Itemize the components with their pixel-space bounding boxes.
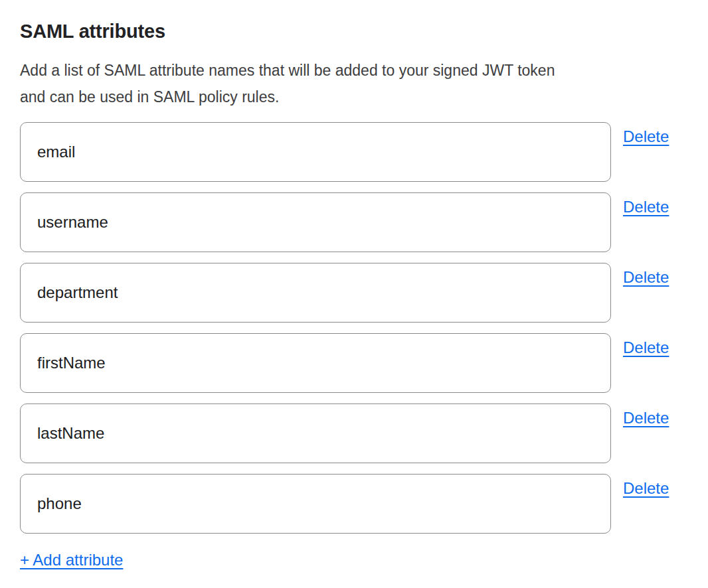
attribute-input-username[interactable] xyxy=(20,192,611,252)
attribute-row: Delete xyxy=(20,192,688,252)
delete-link[interactable]: Delete xyxy=(623,338,669,357)
attribute-input-firstname[interactable] xyxy=(20,333,611,393)
add-attribute-link[interactable]: + Add attribute xyxy=(20,551,123,569)
attribute-input-email[interactable] xyxy=(20,122,611,182)
delete-link[interactable]: Delete xyxy=(623,409,669,427)
attribute-list: Delete Delete Delete Delete Delete Delet… xyxy=(20,122,688,534)
saml-attributes-section: SAML attributes Add a list of SAML attri… xyxy=(0,0,708,588)
section-description-line-1: Add a list of SAML attribute names that … xyxy=(20,57,688,84)
section-description-line-2: and can be used in SAML policy rules. xyxy=(20,84,688,110)
attribute-input-department[interactable] xyxy=(20,263,611,323)
attribute-input-phone[interactable] xyxy=(20,474,611,534)
attribute-row: Delete xyxy=(20,122,688,182)
delete-link[interactable]: Delete xyxy=(623,268,669,287)
delete-link[interactable]: Delete xyxy=(623,198,669,216)
attribute-input-lastname[interactable] xyxy=(20,404,611,463)
attribute-row: Delete xyxy=(20,404,688,463)
delete-link[interactable]: Delete xyxy=(623,479,669,498)
attribute-row: Delete xyxy=(20,263,688,323)
section-title: SAML attributes xyxy=(20,20,688,42)
attribute-row: Delete xyxy=(20,474,688,534)
delete-link[interactable]: Delete xyxy=(623,127,669,146)
section-description: Add a list of SAML attribute names that … xyxy=(20,57,688,110)
attribute-row: Delete xyxy=(20,333,688,393)
